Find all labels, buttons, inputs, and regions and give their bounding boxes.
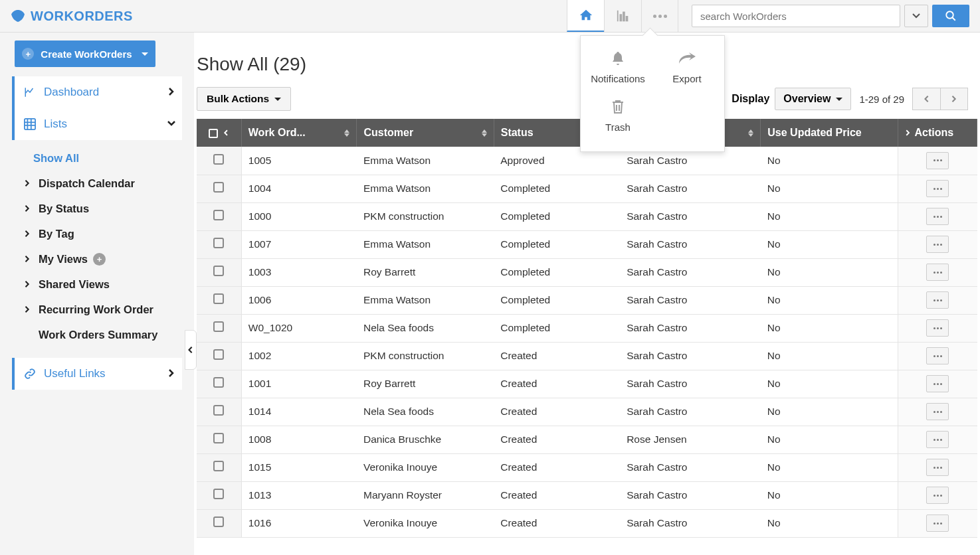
row-actions-button[interactable] — [926, 487, 949, 504]
display-select[interactable]: Overview — [775, 88, 851, 110]
table-row[interactable]: 1013Maryann RoysterCreatedSarah CastroNo — [197, 481, 977, 509]
chevron-right-icon — [24, 205, 31, 212]
row-checkbox[interactable] — [213, 461, 224, 471]
sidebar-sub-by-status[interactable]: By Status — [24, 196, 182, 221]
row-checkbox-cell[interactable] — [197, 147, 241, 175]
popover-notifications[interactable]: Notifications — [583, 44, 652, 92]
table-row[interactable]: 1001Roy BarrettCreatedSarah CastroNo — [197, 370, 977, 398]
row-actions-button[interactable] — [926, 375, 949, 392]
pager-prev-button[interactable] — [912, 88, 940, 110]
sidebar-item-lists[interactable]: Lists — [12, 108, 182, 140]
sidebar-item-dashboard[interactable]: Dashboard — [12, 76, 182, 108]
row-checkbox-cell[interactable] — [197, 175, 241, 202]
row-actions-button[interactable] — [926, 319, 949, 337]
table-row[interactable]: 1015Veronika InouyeCreatedSarah CastroNo — [197, 453, 977, 481]
row-checkbox[interactable] — [213, 516, 224, 527]
row-checkbox-cell[interactable] — [197, 426, 241, 453]
table-row[interactable]: 1016Veronika InouyeCreatedSarah CastroNo — [197, 509, 977, 537]
row-checkbox[interactable] — [213, 349, 224, 360]
row-actions-button[interactable] — [926, 403, 949, 420]
select-all-checkbox[interactable] — [209, 129, 218, 138]
row-checkbox-cell[interactable] — [197, 202, 241, 230]
row-actions-button[interactable] — [926, 236, 949, 253]
bulk-actions-button[interactable]: Bulk Actions — [197, 87, 291, 111]
cell-actions — [898, 342, 977, 370]
row-actions-button[interactable] — [926, 291, 949, 309]
row-actions-button[interactable] — [926, 347, 949, 364]
column-work-order[interactable]: Work Ord... — [241, 119, 357, 147]
search-input[interactable] — [692, 5, 900, 27]
home-icon-button[interactable] — [567, 0, 604, 32]
row-actions-button[interactable] — [926, 180, 949, 197]
cell-use-updated-price: No — [761, 175, 898, 202]
row-checkbox[interactable] — [213, 377, 224, 388]
row-checkbox[interactable] — [213, 238, 224, 248]
table-row[interactable]: 1004Emma WatsonCompletedSarah CastroNo — [197, 175, 977, 202]
sidebar-item-useful-links[interactable]: Useful Links — [12, 358, 182, 390]
row-checkbox-cell[interactable] — [197, 481, 241, 509]
more-icon-button[interactable] — [641, 0, 678, 32]
row-actions-button[interactable] — [926, 152, 949, 169]
row-checkbox-cell[interactable] — [197, 342, 241, 370]
svg-line-1 — [952, 17, 955, 21]
row-checkbox[interactable] — [213, 321, 224, 332]
table-row[interactable]: 1007Emma WatsonCompletedSarah CastroNo — [197, 230, 977, 258]
row-checkbox-cell[interactable] — [197, 509, 241, 537]
add-view-icon[interactable]: + — [93, 253, 106, 266]
chart-icon-button[interactable] — [604, 0, 641, 32]
row-checkbox-cell[interactable] — [197, 258, 241, 286]
search-button[interactable] — [932, 5, 969, 27]
table-row[interactable]: W0_1020Nela Sea foodsCompletedSarah Cast… — [197, 314, 977, 342]
row-checkbox[interactable] — [213, 210, 224, 220]
row-checkbox-cell[interactable] — [197, 230, 241, 258]
table-row[interactable]: 1002PKM constructionCreatedSarah CastroN… — [197, 342, 977, 370]
row-checkbox-cell[interactable] — [197, 286, 241, 314]
table-row[interactable]: 1003Roy BarrettCompletedSarah CastroNo — [197, 258, 977, 286]
row-actions-button[interactable] — [926, 431, 949, 448]
column-actions[interactable]: Actions — [898, 119, 977, 147]
row-actions-button[interactable] — [926, 264, 949, 281]
row-checkbox-cell[interactable] — [197, 370, 241, 398]
create-workorders-button[interactable]: + Create WorkOrders — [15, 40, 155, 67]
sidebar-sub-by-tag[interactable]: By Tag — [24, 221, 182, 246]
row-checkbox[interactable] — [213, 489, 224, 499]
sidebar-sub-recurring[interactable]: Recurring Work Order — [24, 297, 182, 322]
bell-icon — [609, 49, 627, 68]
table-row[interactable]: 1014Nela Sea foodsCreatedSarah CastroNo — [197, 398, 977, 426]
table-row[interactable]: 1006Emma WatsonCompletedSarah CastroNo — [197, 286, 977, 314]
row-checkbox[interactable] — [213, 154, 224, 165]
row-checkbox-cell[interactable] — [197, 314, 241, 342]
column-use-updated-price[interactable]: Use Updated Price — [761, 119, 898, 147]
row-checkbox[interactable] — [213, 182, 224, 193]
more-icon — [933, 159, 942, 161]
more-icon — [933, 188, 942, 190]
row-checkbox-cell[interactable] — [197, 453, 241, 481]
row-checkbox[interactable] — [213, 266, 224, 276]
table-row[interactable]: 1000PKM constructionCompletedSarah Castr… — [197, 202, 977, 230]
sidebar-collapse-handle[interactable] — [185, 330, 197, 370]
column-checkbox[interactable] — [197, 119, 241, 147]
table-wrap[interactable]: Work Ord... Customer Status Use Updated … — [197, 119, 977, 555]
row-checkbox-cell[interactable] — [197, 398, 241, 426]
column-customer[interactable]: Customer — [357, 119, 494, 147]
search-dropdown-button[interactable] — [904, 5, 928, 27]
popover-export[interactable]: Export — [652, 44, 722, 92]
row-checkbox[interactable] — [213, 433, 224, 443]
row-actions-button[interactable] — [926, 515, 949, 532]
pager-next-button[interactable] — [940, 88, 968, 110]
row-actions-button[interactable] — [926, 208, 949, 225]
popover-trash[interactable]: Trash — [583, 92, 652, 141]
sidebar-sub-show-all[interactable]: Show All — [24, 145, 182, 171]
row-actions-button[interactable] — [926, 459, 949, 476]
cell-actions — [898, 314, 977, 342]
sidebar-sub-summary[interactable]: Work Orders Summary — [24, 322, 182, 347]
logo[interactable]: WORKORDERS — [11, 9, 133, 24]
sidebar-sub-dispatch-calendar[interactable]: Dispatch Calendar — [24, 171, 182, 196]
sidebar-sub-shared-views[interactable]: Shared Views — [24, 272, 182, 297]
row-checkbox[interactable] — [213, 293, 224, 304]
row-checkbox[interactable] — [213, 405, 224, 416]
sidebar-sub-my-views[interactable]: My Views + — [24, 246, 182, 272]
cell-actions — [898, 286, 977, 314]
chevron-right-icon — [24, 306, 31, 313]
table-row[interactable]: 1008Danica BruschkeCreatedRose JensenNo — [197, 426, 977, 453]
